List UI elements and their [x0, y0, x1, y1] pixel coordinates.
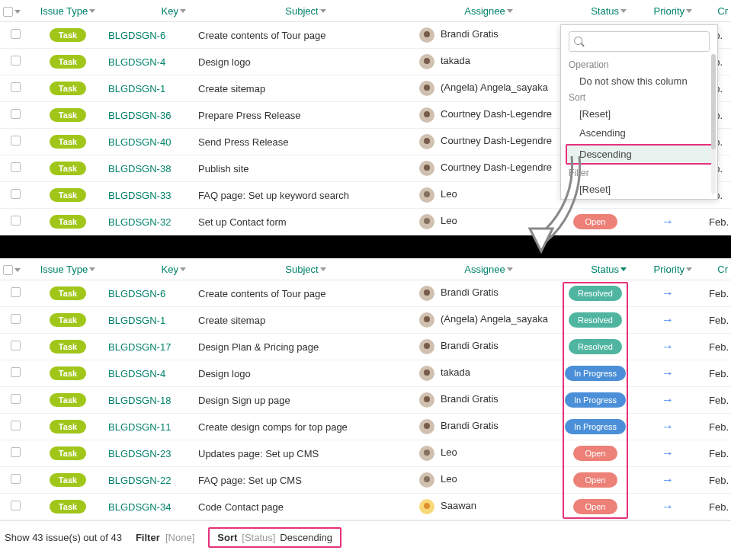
status-cell[interactable]: Resolved: [561, 334, 630, 360]
row-checkbox[interactable]: [11, 421, 21, 430]
column-header-key[interactable]: Key: [105, 0, 195, 22]
assignee-cell[interactable]: Courtney Dash-Legendre: [416, 102, 561, 129]
chevron-down-icon[interactable]: [14, 10, 21, 14]
chevron-down-icon[interactable]: [14, 268, 21, 272]
issue-subject[interactable]: FAQ page: Set up CMS: [195, 467, 416, 494]
assignee-cell[interactable]: takada: [416, 49, 561, 75]
row-checkbox[interactable]: [11, 367, 21, 377]
status-cell[interactable]: Open: [561, 467, 630, 494]
row-checkbox[interactable]: [11, 474, 21, 484]
issue-key-link[interactable]: BLGDSGN-22: [105, 467, 195, 494]
issue-key-link[interactable]: BLGDSGN-11: [105, 414, 195, 440]
issue-key-link[interactable]: BLGDSGN-32: [105, 209, 195, 235]
status-cell[interactable]: In Progress: [561, 414, 630, 440]
issue-key-link[interactable]: BLGDSGN-40: [105, 129, 195, 155]
issue-key-link[interactable]: BLGDSGN-36: [105, 102, 195, 129]
row-checkbox[interactable]: [11, 56, 21, 66]
dropdown-item-sort-desc[interactable]: Descending: [566, 144, 713, 165]
chevron-down-icon[interactable]: [89, 9, 95, 13]
table-row[interactable]: TaskBLGDSGN-34Code Contact pageSaawanOpe…: [0, 494, 731, 520]
dropdown-search-input[interactable]: [569, 31, 710, 52]
assignee-cell[interactable]: Leo: [416, 440, 561, 467]
table-row[interactable]: TaskBLGDSGN-18Design Sign up pageBrandi …: [0, 387, 731, 414]
assignee-cell[interactable]: Brandi Gratis: [416, 280, 561, 307]
chevron-down-icon[interactable]: [620, 267, 627, 271]
issue-key-link[interactable]: BLGDSGN-6: [105, 22, 195, 49]
assignee-cell[interactable]: Brandi Gratis: [416, 387, 561, 414]
assignee-cell[interactable]: Brandi Gratis: [416, 22, 561, 49]
select-all-checkbox[interactable]: [3, 7, 13, 17]
row-checkbox[interactable]: [11, 82, 21, 92]
row-checkbox[interactable]: [11, 109, 21, 119]
issue-subject[interactable]: Publish site: [195, 155, 416, 182]
issue-subject[interactable]: Updates page: Set up CMS: [195, 440, 416, 467]
issue-key-link[interactable]: BLGDSGN-23: [105, 440, 195, 467]
issue-subject[interactable]: Create contents of Tour page: [195, 280, 416, 307]
issue-subject[interactable]: Design Plan & Pricing page: [195, 334, 416, 360]
row-checkbox[interactable]: [11, 189, 21, 199]
row-checkbox[interactable]: [11, 394, 21, 404]
row-checkbox[interactable]: [11, 501, 21, 510]
column-header-priority[interactable]: Priority: [630, 0, 706, 22]
dropdown-item-sort-asc[interactable]: Ascending: [561, 123, 717, 142]
table-row[interactable]: TaskBLGDSGN-23Updates page: Set up CMSLe…: [0, 440, 731, 467]
issue-subject[interactable]: Code Contact page: [195, 494, 416, 520]
chevron-down-icon[interactable]: [686, 267, 692, 271]
issue-key-link[interactable]: BLGDSGN-18: [105, 387, 195, 414]
chevron-down-icon[interactable]: [320, 267, 326, 271]
assignee-cell[interactable]: Brandi Gratis: [416, 414, 561, 440]
issue-subject[interactable]: Design Sign up page: [195, 387, 416, 414]
row-checkbox[interactable]: [11, 341, 21, 350]
dropdown-item-hide-column[interactable]: Do not show this column: [561, 72, 717, 91]
table-row[interactable]: TaskBLGDSGN-32Set up Contact formLeoOpen…: [0, 209, 731, 235]
row-checkbox[interactable]: [11, 216, 21, 226]
issue-key-link[interactable]: BLGDSGN-1: [105, 75, 195, 102]
row-checkbox[interactable]: [11, 314, 21, 324]
column-header-issue-type[interactable]: Issue Type: [30, 0, 105, 22]
assignee-cell[interactable]: Leo: [416, 467, 561, 494]
assignee-cell[interactable]: Courtney Dash-Legendre: [416, 155, 561, 182]
chevron-down-icon[interactable]: [686, 9, 692, 13]
status-cell[interactable]: Open: [561, 209, 630, 235]
row-checkbox[interactable]: [11, 287, 21, 297]
issue-subject[interactable]: Create sitemap: [195, 75, 416, 102]
column-header-status[interactable]: Status: [561, 258, 630, 280]
issue-key-link[interactable]: BLGDSGN-34: [105, 494, 195, 520]
status-cell[interactable]: Resolved: [561, 307, 630, 334]
issue-key-link[interactable]: BLGDSGN-6: [105, 280, 195, 307]
column-header-created[interactable]: Cr: [706, 258, 731, 280]
issue-subject[interactable]: Create contents of Tour page: [195, 22, 416, 49]
chevron-down-icon[interactable]: [507, 9, 513, 13]
issue-subject[interactable]: Prepare Press Release: [195, 102, 416, 129]
issue-subject[interactable]: FAQ page: Set up keyword search: [195, 182, 416, 209]
column-header-subject[interactable]: Subject: [195, 258, 416, 280]
column-header-issue-type[interactable]: Issue Type: [30, 258, 105, 280]
assignee-cell[interactable]: Leo: [416, 182, 561, 209]
row-checkbox[interactable]: [11, 447, 21, 457]
assignee-cell[interactable]: Brandi Gratis: [416, 334, 561, 360]
issue-subject[interactable]: Send Press Release: [195, 129, 416, 155]
assignee-cell[interactable]: Leo: [416, 209, 561, 235]
issue-subject[interactable]: Create design comps for top page: [195, 414, 416, 440]
status-cell[interactable]: Resolved: [561, 280, 630, 307]
status-cell[interactable]: Open: [561, 440, 630, 467]
status-cell[interactable]: In Progress: [561, 360, 630, 387]
chevron-down-icon[interactable]: [620, 9, 627, 13]
assignee-cell[interactable]: takada: [416, 360, 561, 387]
issue-subject[interactable]: Create sitemap: [195, 307, 416, 334]
status-cell[interactable]: Open: [561, 494, 630, 520]
dropdown-item-sort-reset[interactable]: [Reset]: [561, 104, 717, 123]
issue-subject[interactable]: Design logo: [195, 49, 416, 75]
table-row[interactable]: TaskBLGDSGN-1Create sitemap(Angela) Ange…: [0, 307, 731, 334]
dropdown-scrollbar[interactable]: [711, 54, 716, 194]
issue-key-link[interactable]: BLGDSGN-1: [105, 307, 195, 334]
sort-indicator[interactable]: Sort [Status] Descending: [208, 527, 341, 548]
chevron-down-icon[interactable]: [180, 9, 186, 13]
column-header-priority[interactable]: Priority: [630, 258, 706, 280]
filter-value[interactable]: [None]: [165, 532, 194, 543]
chevron-down-icon[interactable]: [320, 9, 326, 13]
row-checkbox[interactable]: [11, 162, 21, 172]
issue-subject[interactable]: Design logo: [195, 360, 416, 387]
issue-key-link[interactable]: BLGDSGN-4: [105, 49, 195, 75]
column-header-key[interactable]: Key: [105, 258, 195, 280]
